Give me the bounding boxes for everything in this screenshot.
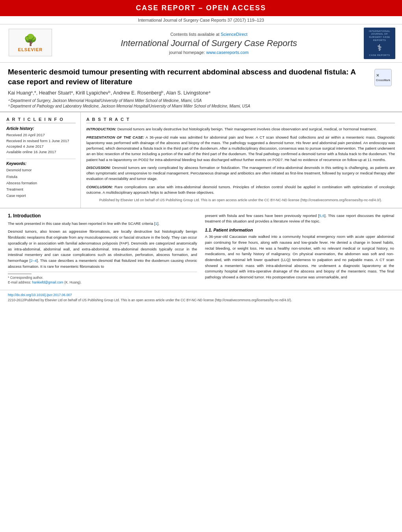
header-banner: CASE REPORT – OPEN ACCESS bbox=[0, 0, 402, 16]
keywords-section: Keywords: Desmoid tumor Fistula Abscess … bbox=[6, 159, 76, 199]
abstract-label: A B S T R A C T bbox=[86, 117, 395, 123]
affiliation-a: ᵃ Department of Surgery, Jackson Memoria… bbox=[8, 98, 370, 104]
elsevier-logo-box: 🌳 ELSEVIER bbox=[9, 29, 52, 56]
keyword-3: Abscess formation bbox=[6, 180, 76, 186]
conclusion-label: CONCLUSION: bbox=[86, 185, 113, 189]
patient-info-para: A 36-year-old Caucasian male walked into… bbox=[205, 234, 394, 280]
crossmark-icon: ✕CrossMark bbox=[376, 73, 390, 82]
keyword-2: Fistula bbox=[6, 174, 76, 180]
article-affiliations: ᵃ Department of Surgery, Jackson Memoria… bbox=[8, 98, 370, 109]
intro-label: INTRODUCTION: bbox=[86, 127, 116, 131]
keyword-5: Case report bbox=[6, 193, 76, 199]
journal-logo-right: INTERNATIONAL JOURNAL OF SURGERY CASE RE… bbox=[362, 28, 397, 59]
affiliation-b: ᵇ Department of Pathology and Laboratory… bbox=[8, 104, 370, 109]
abstract-introduction: INTRODUCTION: Desmoid tumors are locally… bbox=[86, 126, 395, 132]
crossmark-box: ✕CrossMark bbox=[374, 69, 392, 86]
keywords-title: Keywords: bbox=[6, 161, 76, 166]
intro-para-2: Desmoid tumors, also known as aggressive… bbox=[8, 229, 197, 269]
accepted-date: Accepted 4 June 2017 bbox=[6, 144, 76, 149]
body-content: 1. Introduction The work presented in th… bbox=[0, 208, 402, 290]
footer-issn: 2210-2612/Published by Elsevier Ltd on b… bbox=[8, 298, 394, 303]
keyword-1: Desmoid tumor bbox=[6, 167, 76, 173]
abstract-published: Published by Elsevier Ltd on behalf of I… bbox=[86, 198, 395, 203]
journal-center: Contents lists available at ScienceDirec… bbox=[56, 32, 362, 55]
elsevier-logo: 🌳 ELSEVIER bbox=[5, 29, 56, 58]
sciencedirect-anchor[interactable]: ScienceDirect bbox=[221, 32, 248, 37]
available-date: Available online 16 June 2017 bbox=[6, 149, 76, 155]
sciencedirect-link: Contents lists available at ScienceDirec… bbox=[56, 32, 362, 37]
journal-logo-box: INTERNATIONAL JOURNAL OF SURGERY CASE RE… bbox=[364, 28, 395, 59]
ref-5-6-link[interactable]: 5,6 bbox=[319, 213, 324, 218]
intro-para-1: The work presented in this case study ha… bbox=[8, 221, 197, 227]
introduction-heading: 1. Introduction bbox=[8, 213, 197, 219]
logo-subtitle-text: CASE REPORTS bbox=[369, 54, 390, 57]
article-info-col: A R T I C L E I N F O Article history: R… bbox=[0, 112, 81, 208]
article-authors: Kai Huangᵃ,*, Heather Stuartᵃ, Kirill Ly… bbox=[8, 90, 370, 96]
article-title-wrap: Mesenteric desmoid tumour presenting wit… bbox=[8, 67, 370, 109]
article-title: Mesenteric desmoid tumour presenting wit… bbox=[8, 67, 370, 87]
content-two-col: A R T I C L E I N F O Article history: R… bbox=[0, 112, 402, 208]
email-name: (K. Huang). bbox=[64, 280, 81, 284]
elsevier-tree-icon: 🌳 bbox=[24, 33, 37, 46]
keywords-list: Desmoid tumor Fistula Abscess formation … bbox=[6, 167, 76, 199]
journal-homepage: journal homepage: www.casereports.com bbox=[56, 50, 362, 55]
journal-homepage-link[interactable]: www.casereports.com bbox=[206, 50, 249, 55]
discussion-text: Desmoid tumors are rarely complicated by… bbox=[86, 165, 395, 181]
footnote-section: * Corresponding author. E-mail address: … bbox=[8, 272, 197, 285]
intro-text: Desmoid tumors are locally destructive b… bbox=[117, 127, 377, 131]
doi-link[interactable]: http://dx.doi.org/10.1016/j.ijscr.2017.0… bbox=[8, 293, 72, 297]
crossmark-logo: ✕CrossMark bbox=[374, 69, 394, 86]
email-label: E-mail address: bbox=[8, 280, 31, 284]
abstract-conclusion: CONCLUSION: Rare complications can arise… bbox=[86, 184, 395, 196]
corresponding-author-note: * Corresponding author. bbox=[8, 276, 197, 280]
intro-para-3: present with fistula and few cases have … bbox=[205, 213, 394, 224]
article-title-section: Mesenteric desmoid tumour presenting wit… bbox=[0, 63, 402, 112]
received-revised-date: Received in revised form 1 June 2017 bbox=[6, 138, 76, 144]
abstract-discussion: DISCUSSION: Desmoid tumors are rarely co… bbox=[86, 165, 395, 182]
body-right-col: present with fistula and few cases have … bbox=[205, 213, 394, 285]
abstract-col: A B S T R A C T INTRODUCTION: Desmoid tu… bbox=[81, 112, 402, 208]
journal-title: International Journal of Surgery Case Re… bbox=[56, 38, 362, 48]
conclusion-text: Rare complications can arise with intra-… bbox=[86, 185, 395, 195]
ref-2-4-link[interactable]: 2–4 bbox=[30, 258, 37, 263]
ref-1-link[interactable]: 1 bbox=[155, 221, 157, 226]
email-footnote: E-mail address: hankiefd@gmail.com (K. H… bbox=[8, 280, 197, 285]
article-info-label: A R T I C L E I N F O bbox=[6, 117, 76, 123]
footer-doi: http://dx.doi.org/10.1016/j.ijscr.2017.0… bbox=[8, 293, 394, 298]
article-history-title: Article history: bbox=[6, 126, 76, 131]
body-left-col: 1. Introduction The work presented in th… bbox=[8, 213, 197, 285]
received-date: Received 20 April 2017 bbox=[6, 132, 76, 138]
presentation-label: PRESENTATION OF THE CASE: bbox=[86, 135, 144, 139]
logo-title-text: INTERNATIONAL JOURNAL OF SURGERY CASE RE… bbox=[365, 30, 394, 42]
page-footer: http://dx.doi.org/10.1016/j.ijscr.2017.0… bbox=[0, 290, 402, 305]
patient-info-heading: 1.1. Patient information bbox=[205, 228, 394, 232]
discussion-label: DISCUSSION: bbox=[86, 165, 111, 170]
journal-header: 🌳 ELSEVIER Contents lists available at S… bbox=[0, 24, 402, 63]
keyword-4: Treatment bbox=[6, 186, 76, 193]
journal-logo-icon: ⚕ bbox=[377, 43, 382, 53]
elsevier-label: ELSEVIER bbox=[18, 47, 43, 52]
email-link[interactable]: hankiefd@gmail.com bbox=[32, 280, 63, 284]
abstract-presentation: PRESENTATION OF THE CASE: A 36-year-old … bbox=[86, 135, 395, 163]
doi-line: International Journal of Surgery Case Re… bbox=[0, 16, 402, 24]
